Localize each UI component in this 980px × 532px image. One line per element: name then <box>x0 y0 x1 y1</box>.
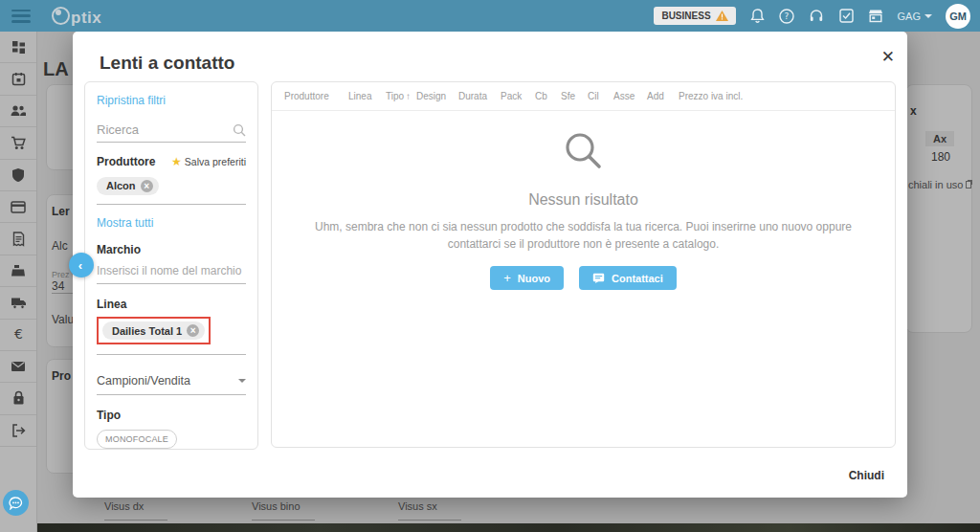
type-options: MONOFOCALE MULTIFOCALE <box>97 430 246 450</box>
store-icon[interactable] <box>868 8 884 24</box>
line-label: Linea <box>97 298 246 311</box>
sort-ascending-icon: ↑ <box>406 91 411 101</box>
collapse-filters-button[interactable]: ‹ <box>69 253 94 277</box>
support-headset-icon[interactable] <box>809 8 825 24</box>
app-window: ptix BUSINESS ? GAG <box>0 0 980 532</box>
producer-chips: Alcon × <box>97 176 246 205</box>
column-header[interactable]: Produttore <box>284 91 348 101</box>
column-header[interactable]: Linea <box>348 91 386 101</box>
avatar[interactable]: GM <box>946 4 970 29</box>
type-label: Tipo <box>97 409 246 422</box>
help-icon[interactable]: ? <box>779 8 795 24</box>
reset-filters-link[interactable]: Ripristina filtri <box>97 94 246 107</box>
show-all-link[interactable]: Mostra tutti <box>97 216 246 230</box>
notifications-bell-icon[interactable] <box>749 8 766 24</box>
column-header[interactable]: Cb <box>535 91 561 101</box>
type-option-monofocale[interactable]: MONOFOCALE <box>97 430 177 449</box>
results-panel: Produttore Linea Tipo↑ Design Durata Pac… <box>271 81 896 448</box>
line-chip[interactable]: Dailies Total 1 × <box>102 321 205 340</box>
remove-chip-icon[interactable]: × <box>187 324 199 337</box>
empty-state-title: Nessun risultato <box>272 191 895 209</box>
column-header[interactable]: Pack <box>501 91 535 101</box>
annotation-highlight-box: Dailies Total 1 × <box>97 317 211 345</box>
column-header[interactable]: Sfe <box>561 91 588 101</box>
search-empty-icon <box>561 128 607 174</box>
optix-logo: ptix <box>52 7 101 26</box>
remove-chip-icon[interactable]: × <box>141 180 153 192</box>
chevron-down-icon <box>238 379 246 383</box>
search-row <box>97 122 246 143</box>
star-icon: ★ <box>171 155 182 168</box>
brand-name: ptix <box>71 9 101 28</box>
save-favorites-button[interactable]: ★ Salva preferiti <box>171 155 246 168</box>
column-header[interactable]: Durata <box>458 91 501 101</box>
table-header: Produttore Linea Tipo↑ Design Durata Pac… <box>272 82 895 111</box>
message-icon <box>592 273 605 284</box>
search-input[interactable] <box>97 122 233 137</box>
hamburger-menu-icon[interactable] <box>11 10 31 23</box>
brand-label: Marchio <box>97 243 246 256</box>
new-product-button[interactable]: + Nuovo <box>490 266 564 290</box>
column-header[interactable]: Cil <box>588 91 613 101</box>
account-menu[interactable]: GAG <box>898 11 932 22</box>
plan-badge[interactable]: BUSINESS <box>654 7 735 25</box>
empty-state-message: Uhm, sembra che non ci sia nessun prodot… <box>272 218 895 253</box>
contact-lenses-modal: Lenti a contatto ✕ ‹ Ripristina filtri P… <box>73 32 907 498</box>
column-header-sorted[interactable]: Tipo↑ <box>386 91 416 101</box>
filters-panel: Ripristina filtri Produttore ★ Salva pre… <box>84 81 258 450</box>
producer-label: Produttore <box>97 155 155 168</box>
close-modal-button[interactable]: Chiudi <box>843 465 890 486</box>
column-header[interactable]: Asse <box>613 91 647 101</box>
plus-icon: + <box>503 272 511 284</box>
producer-chip[interactable]: Alcon × <box>97 177 159 195</box>
close-icon[interactable]: ✕ <box>881 49 895 65</box>
column-header[interactable]: Design <box>416 91 458 101</box>
column-header[interactable]: Prezzo iva incl. <box>679 91 765 101</box>
samples-sale-dropdown[interactable]: Campioni/Vendita <box>97 374 246 395</box>
tasks-icon[interactable] <box>838 8 855 24</box>
column-header[interactable]: Add <box>647 91 679 101</box>
warning-icon <box>716 11 728 21</box>
chat-bubble-icon <box>9 497 23 510</box>
empty-state: Nessun risultato Uhm, sembra che non ci … <box>272 111 895 290</box>
contact-us-button[interactable]: Contattaci <box>579 266 677 290</box>
optix-eye-icon <box>52 7 70 25</box>
top-bar: ptix BUSINESS ? GAG <box>0 0 980 32</box>
modal-title: Lenti a contatto <box>100 53 234 74</box>
brand-input[interactable] <box>97 258 246 284</box>
svg-text:?: ? <box>785 11 790 21</box>
chevron-down-icon <box>924 14 932 18</box>
search-icon <box>233 123 246 137</box>
account-name: GAG <box>898 11 921 22</box>
chat-launcher-button[interactable] <box>3 490 29 516</box>
chevron-left-icon: ‹ <box>78 259 82 272</box>
plan-badge-label: BUSINESS <box>661 11 710 21</box>
